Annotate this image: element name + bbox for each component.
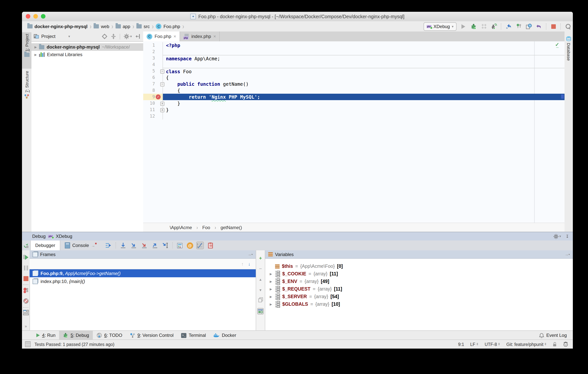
resume-program-icon[interactable] (23, 254, 29, 260)
remove-watch-icon[interactable]: − (257, 265, 264, 272)
expander-icon[interactable]: ▶ (269, 280, 273, 283)
run-configuration-select[interactable]: php XDebug ▾ (424, 22, 457, 31)
expander-icon[interactable]: ▶ (269, 303, 273, 306)
tool-stripe-project[interactable]: 1: Project (22, 32, 32, 69)
code-line[interactable]: 6{ (143, 74, 565, 81)
toolwindow-version-control[interactable]: 9: Version Control (126, 331, 177, 340)
stop-icon[interactable] (23, 275, 29, 281)
code-line[interactable]: 1<?php (143, 42, 565, 49)
code-line[interactable]: 8 { (143, 87, 565, 94)
code-line[interactable]: 2 (143, 49, 565, 55)
project-tree-external-libraries[interactable]: ▶ External Libraries (32, 51, 143, 58)
fold-end-icon[interactable]: ∧ (160, 108, 164, 112)
tool-stripe-database[interactable]: Database (565, 34, 573, 79)
step-into-icon[interactable] (130, 242, 137, 249)
fold-icon[interactable]: − (160, 69, 164, 74)
toolwindow-docker[interactable]: Docker (210, 331, 240, 340)
update-project-button[interactable] (505, 23, 512, 30)
code-line-current-execution[interactable]: 9✓ return 'Nginx PHP MySQL'; (143, 94, 565, 100)
fold-icon[interactable]: − (160, 82, 164, 87)
step-out-icon[interactable] (151, 242, 159, 249)
expander-icon[interactable]: ▶ (34, 45, 37, 49)
breadcrumb-web[interactable]: web (94, 24, 109, 29)
breadcrumb-project[interactable]: docker-nginx-php-mysql (27, 24, 87, 29)
run-with-coverage-button[interactable] (480, 23, 487, 30)
restore-windows-icon[interactable] (23, 309, 29, 316)
run-to-cursor-icon[interactable] (162, 242, 169, 249)
fold-end-icon[interactable]: ∧ (160, 102, 164, 106)
tab-console[interactable]: Console → (60, 241, 99, 250)
status-message[interactable]: Tests Passed: 1 passed (27 minutes ago) (34, 342, 115, 347)
tab-foo-php[interactable]: C Foo.php × (143, 32, 180, 41)
view-breakpoints-icon[interactable] (23, 287, 29, 293)
caret-position[interactable]: 9:1 (458, 342, 464, 347)
highlighting-level-icon[interactable] (563, 342, 568, 347)
variable-row-this[interactable]: $this = {App\Acme\Foo} [0] (265, 263, 573, 270)
show-execution-point-icon[interactable] (105, 242, 113, 249)
toolwindow-settings-gear-icon[interactable]: ▾ (554, 234, 561, 239)
commit-changes-button[interactable] (515, 23, 522, 30)
pin-panel-icon[interactable]: →▪ (248, 252, 253, 256)
rerun-icon[interactable] (23, 242, 29, 248)
copy-watch-icon[interactable] (257, 297, 264, 303)
close-icon[interactable]: × (174, 34, 176, 39)
breadcrumb-namespace[interactable]: \App\Acme (170, 225, 192, 230)
event-log-button[interactable]: Event Log (539, 333, 573, 338)
toolwindow-todo[interactable]: 6: TODO (93, 331, 126, 340)
tab-index-php[interactable]: php index.php × (180, 32, 220, 41)
run-button[interactable] (460, 23, 467, 30)
stop-button[interactable] (550, 23, 557, 30)
restore-layout-icon[interactable] (207, 242, 214, 249)
write-access-lock-icon[interactable] (553, 342, 557, 347)
project-settings-gear-icon[interactable]: ▾ (124, 34, 132, 39)
next-frame-icon[interactable]: ↓ (248, 261, 251, 266)
code-editor[interactable]: 1<?php 2 3namespace App\Acme; 4 5−class … (143, 41, 565, 223)
code-line[interactable]: 11∧} (143, 107, 565, 113)
variable-row-env[interactable]: ▶ 123 $_ENV = {array} [49] (265, 278, 573, 285)
hide-panel-icon[interactable] (136, 34, 140, 39)
debug-button[interactable] (470, 23, 477, 30)
zoom-window-button[interactable] (41, 14, 45, 19)
force-step-into-icon[interactable] (141, 242, 148, 249)
toolwindow-terminal[interactable]: >_ Terminal (177, 331, 210, 340)
previous-frame-icon[interactable]: ↑ (241, 261, 244, 266)
breadcrumb-src[interactable]: src (136, 24, 150, 29)
toolwindow-run[interactable]: 4: Run (32, 331, 59, 340)
breakpoint-icon[interactable]: ✓ (156, 94, 161, 99)
add-watch-icon[interactable]: + (257, 255, 264, 261)
move-watch-down-icon[interactable]: ▼ (257, 287, 264, 293)
code-line[interactable]: 10∧ } (143, 100, 565, 107)
tab-debugger[interactable]: Debugger (30, 241, 60, 250)
encoding-select[interactable]: UTF-8⇕ (484, 342, 500, 347)
hide-toolwindow-icon[interactable]: ↧ (566, 234, 569, 239)
breadcrumb-class[interactable]: Foo (202, 225, 210, 230)
variable-row-request[interactable]: ▶ 123 $_REQUEST = {array} [11] (265, 285, 573, 293)
code-line[interactable]: 7− public function getName() (143, 81, 565, 87)
code-line[interactable]: 5−class Foo (143, 68, 565, 74)
execution-point-scroll-marker[interactable] (561, 94, 564, 99)
toolwindow-debug[interactable]: 5: Debug (59, 331, 93, 340)
breadcrumb-method[interactable]: getName() (220, 225, 242, 230)
listen-debug-connections-icon[interactable] (491, 23, 497, 30)
line-separator-select[interactable]: LF⇕ (470, 342, 479, 347)
show-watches-in-variables-icon[interactable] (257, 308, 264, 314)
inline-values-toggle-icon[interactable]: 12 (196, 242, 204, 249)
mute-breakpoints-icon[interactable] (23, 298, 29, 304)
project-panel-title-select[interactable]: Project ▾ (34, 34, 70, 39)
expander-icon[interactable]: ▶ (269, 295, 273, 298)
collapse-all-icon[interactable] (111, 34, 116, 39)
minimize-window-button[interactable] (33, 14, 38, 19)
code-line[interactable]: 12 (143, 113, 565, 120)
search-everywhere-button[interactable] (565, 23, 571, 30)
watch-return-values-icon[interactable]: @ (187, 242, 193, 249)
rollback-button[interactable] (536, 23, 543, 30)
pin-panel-icon[interactable]: →▪ (565, 252, 570, 256)
code-line[interactable]: 4 (143, 61, 565, 68)
expander-icon[interactable]: ▶ (269, 272, 273, 275)
expander-icon[interactable]: ▶ (34, 53, 37, 56)
close-icon[interactable]: × (213, 34, 216, 39)
more-actions-icon[interactable]: » (23, 323, 29, 329)
breadcrumb-app[interactable]: app (115, 24, 130, 29)
expander-icon[interactable]: ▶ (269, 287, 273, 291)
frame-row-current[interactable]: Foo.php:9, App|Acme|Foo->getName() (30, 269, 256, 277)
